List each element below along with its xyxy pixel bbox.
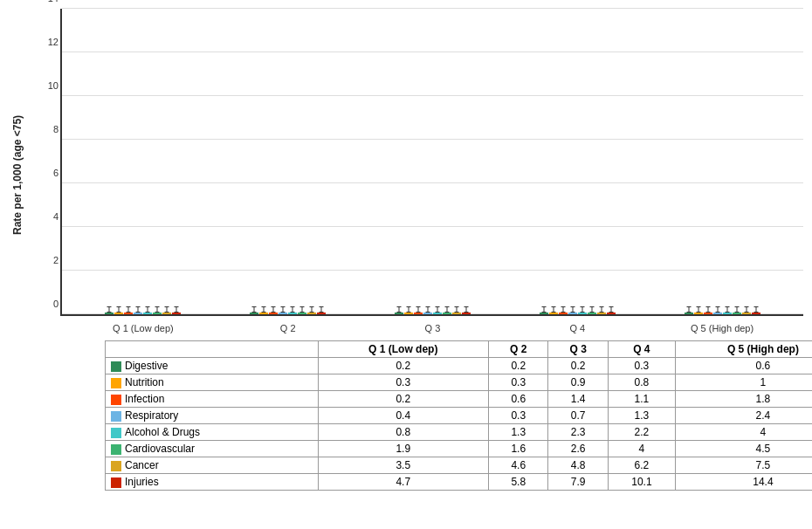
chart-plot: Q 1 (Low dep)Q 2Q 3Q 4Q 5 (High dep) 024… <box>60 9 803 316</box>
table-row-label: Cancer <box>106 457 319 474</box>
error-bar <box>167 306 168 313</box>
error-bar <box>688 306 689 313</box>
table-cell: 0.8 <box>318 424 488 441</box>
error-bar <box>726 306 727 313</box>
table-cell: 0.2 <box>318 391 488 408</box>
error-bar <box>437 306 437 313</box>
y-tick-label: 2 <box>53 255 58 265</box>
error-bar <box>707 306 708 313</box>
error-bar <box>581 306 582 313</box>
y-tick-label: 10 <box>48 80 58 91</box>
table-cell: 0.9 <box>548 374 608 391</box>
error-bar <box>408 306 409 313</box>
legend-swatch <box>111 411 121 422</box>
table-row: Infection0.20.61.41.11.8 <box>106 391 813 408</box>
table-cell: 1.1 <box>608 391 675 408</box>
groups-wrapper: Q 1 (Low dep)Q 2Q 3Q 4Q 5 (High dep) <box>62 9 803 314</box>
chart-inner: Q 1 (Low dep)Q 2Q 3Q 4Q 5 (High dep) 024… <box>30 9 803 340</box>
bar <box>752 313 760 314</box>
bar <box>288 313 297 314</box>
bar <box>733 313 741 314</box>
error-bar <box>610 306 611 313</box>
bar-wrap <box>559 313 568 314</box>
table-row: Respiratory0.40.30.71.32.4 <box>106 408 813 424</box>
bar-wrap <box>114 313 123 314</box>
bar-wrap <box>588 313 596 314</box>
x-tick-label: Q 5 (High dep) <box>691 323 754 333</box>
row-label-text: Cardiovascular <box>125 443 195 455</box>
bar <box>162 313 171 314</box>
y-tick-label: 4 <box>53 211 58 222</box>
error-bar <box>446 306 447 313</box>
bar-wrap <box>395 313 403 314</box>
table-cell: 1.3 <box>489 424 548 441</box>
table-cell: 10.1 <box>608 474 675 491</box>
table-cell: 0.8 <box>608 374 675 391</box>
table-cell: 0.3 <box>608 358 675 374</box>
bar-wrap <box>250 313 258 314</box>
bar <box>685 313 693 314</box>
legend-swatch <box>111 361 121 372</box>
y-tick-label: 0 <box>53 299 58 309</box>
error-bar <box>119 306 120 313</box>
bar <box>723 313 732 314</box>
legend-swatch <box>111 477 121 488</box>
error-bar <box>736 306 737 313</box>
table-cell: 0.3 <box>318 374 488 391</box>
table-header-cell: Q 4 <box>608 341 675 358</box>
table-cell: 0.6 <box>675 358 812 374</box>
row-label-text: Digestive <box>125 360 168 372</box>
table-cell: 14.4 <box>675 474 812 491</box>
bar <box>559 313 568 314</box>
table-cell: 2.3 <box>548 424 608 441</box>
error-bar <box>456 306 457 313</box>
bar <box>395 313 403 314</box>
error-bar <box>273 306 274 313</box>
table-cell: 0.2 <box>318 358 488 374</box>
table-row: Injuries4.75.87.910.114.4 <box>106 474 813 491</box>
bar-wrap <box>143 313 152 314</box>
bars-row <box>250 313 326 314</box>
table-cell: 0.2 <box>489 358 548 374</box>
table-row: Digestive0.20.20.20.30.6 <box>106 358 813 374</box>
table-cell: 0.4 <box>318 408 488 424</box>
table-row: Alcohol & Drugs0.81.32.32.24 <box>106 424 813 441</box>
bar <box>143 313 152 314</box>
table-header-row: Q 1 (Low dep)Q 2Q 3Q 4Q 5 (High dep) <box>106 341 813 358</box>
error-bar <box>138 306 139 313</box>
table-row: Cardiovascular1.91.62.644.5 <box>106 441 813 457</box>
error-bar <box>292 306 293 313</box>
table-cell: 0.2 <box>548 358 608 374</box>
bar <box>105 313 114 314</box>
y-tick-label: 8 <box>53 124 58 134</box>
bar <box>694 313 703 314</box>
table-row-label: Cardiovascular <box>106 441 319 457</box>
table-cell: 1.3 <box>608 408 675 424</box>
table-row-label: Infection <box>106 391 319 408</box>
bar-wrap <box>452 313 461 314</box>
bar-wrap <box>742 313 751 314</box>
bar-wrap <box>433 313 442 314</box>
bar-wrap <box>279 313 287 314</box>
legend-swatch <box>111 428 121 438</box>
bar-wrap <box>568 313 577 314</box>
table-cell: 7.5 <box>675 457 812 474</box>
bar <box>172 313 181 314</box>
bar <box>578 313 587 314</box>
error-bar <box>755 306 756 313</box>
table-cell: 3.5 <box>318 457 488 474</box>
bar-wrap <box>713 313 722 314</box>
row-label-text: Injuries <box>125 476 159 488</box>
y-tick-label: 14 <box>48 0 58 3</box>
bar-wrap <box>162 313 171 314</box>
bar <box>462 313 471 314</box>
error-bar <box>717 306 718 313</box>
bar <box>549 313 558 314</box>
bar <box>124 313 133 314</box>
bar-wrap <box>704 313 712 314</box>
bar-wrap <box>607 313 616 314</box>
bar <box>742 313 751 314</box>
table-cell: 1 <box>675 374 812 391</box>
x-tick-label: Q 2 <box>280 323 296 333</box>
table-header-cell: Q 1 (Low dep) <box>318 341 488 358</box>
